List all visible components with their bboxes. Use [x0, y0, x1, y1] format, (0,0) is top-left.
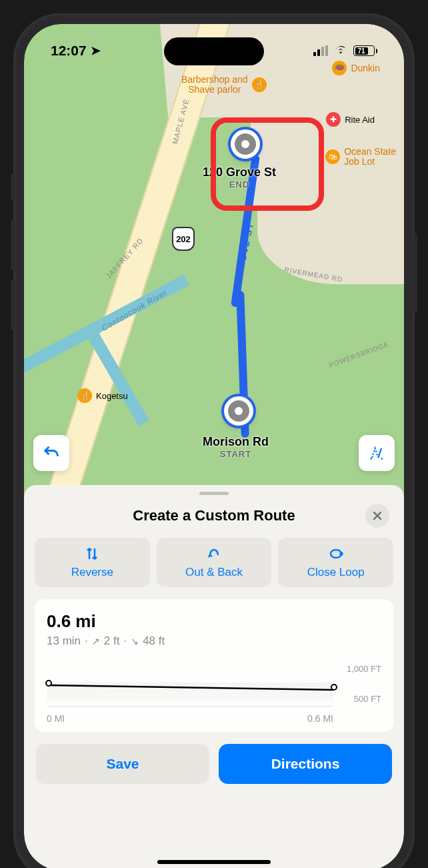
poi-barbershop[interactable]: Barbershop and Shave parlor 🍴 [181, 75, 267, 95]
route-options-button[interactable] [359, 435, 395, 471]
svg-point-1 [340, 553, 342, 555]
close-loop-icon [328, 546, 344, 562]
side-button [11, 173, 15, 200]
elevation-start-dot [45, 680, 52, 687]
annotation-highlight [211, 117, 324, 211]
bottom-sheet: Create a Custom Route Reverse Out & Back [24, 485, 404, 868]
status-time: 12:07 ➤ [51, 43, 101, 59]
pharmacy-icon: ✚ [326, 112, 341, 127]
dynamic-island [164, 37, 264, 65]
reverse-button[interactable]: Reverse [35, 538, 150, 587]
route-info-card: 0.6 mi 13 min · ↗ 2 ft · ↘ 48 ft 1,000 F… [35, 599, 393, 732]
poi-kogetsu[interactable]: 🍴 Kogetsu [77, 388, 128, 403]
route-stats: 13 min · ↗ 2 ft · ↘ 48 ft [47, 634, 381, 648]
location-arrow-icon: ➤ [91, 43, 101, 58]
volume-down-button [11, 280, 15, 330]
close-loop-button[interactable]: Close Loop [278, 538, 393, 587]
poi-riteaid[interactable]: ✚ Rite Aid [326, 112, 375, 127]
out-and-back-button[interactable]: Out & Back [157, 538, 272, 587]
wifi-icon [333, 42, 348, 59]
poi-ocean-state[interactable]: 🛍 Ocean State Job Lot [325, 147, 396, 167]
undo-button[interactable] [33, 435, 69, 471]
out-back-icon [206, 546, 222, 562]
power-button [413, 234, 417, 314]
map-view[interactable]: 12:07 ➤ 71 [24, 24, 404, 504]
shopping-icon: 🛍 [325, 149, 340, 164]
phone-frame: 12:07 ➤ 71 [13, 13, 415, 868]
close-button[interactable] [365, 504, 389, 528]
sheet-title: Create a Custom Route [133, 507, 295, 524]
route-distance: 0.6 mi [47, 611, 381, 632]
home-indicator[interactable] [157, 860, 271, 864]
sheet-grabber[interactable] [199, 492, 229, 495]
volume-up-button [11, 220, 15, 270]
close-icon [372, 510, 383, 521]
directions-button[interactable]: Directions [219, 744, 392, 784]
route-shield: 202 [172, 227, 195, 251]
route-start-pin[interactable] [224, 396, 253, 426]
battery-icon: 71 [353, 45, 377, 56]
cellular-signal-icon [313, 45, 328, 56]
elevation-end-dot [331, 684, 337, 691]
restaurant-icon: 🍴 [77, 388, 92, 403]
street-label: POWERSBRIDGE [328, 340, 390, 369]
reverse-icon [84, 546, 100, 562]
restaurant-icon: 🍴 [252, 77, 267, 92]
elevation-chart[interactable]: 1,000 FT 500 FT 0 MI 0.6 MI [47, 664, 381, 724]
start-label: Morison Rd START [203, 435, 269, 459]
save-button[interactable]: Save [36, 744, 209, 784]
